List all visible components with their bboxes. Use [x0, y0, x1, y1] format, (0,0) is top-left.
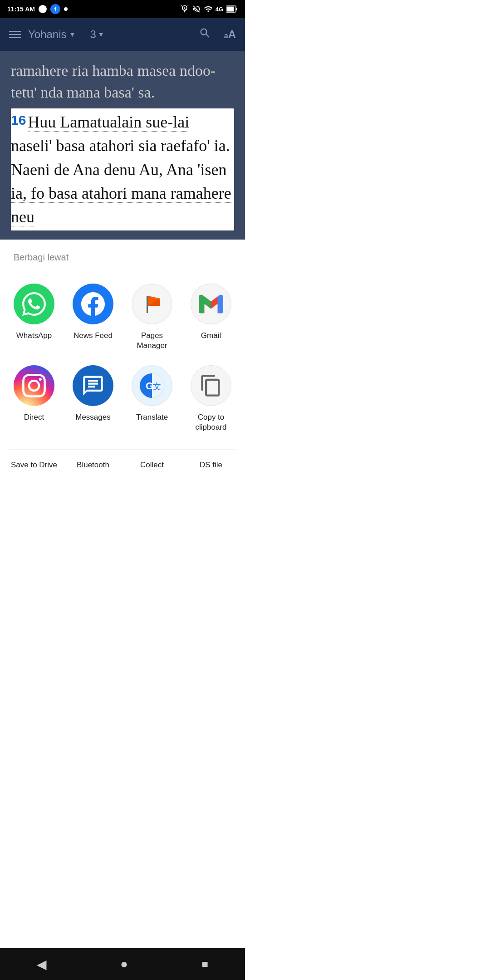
- share-item-dsfile[interactable]: DS file: [181, 461, 240, 470]
- direct-icon: [14, 365, 54, 406]
- share-item-direct[interactable]: Direct: [5, 358, 64, 440]
- translate-icon: G 文: [132, 365, 172, 406]
- share-item-gmail[interactable]: Gmail: [181, 276, 240, 358]
- messages-label: Messages: [75, 412, 110, 422]
- whatsapp-icon: [14, 284, 54, 324]
- svg-text:G: G: [146, 380, 153, 392]
- verse-number: 16: [11, 113, 26, 127]
- network-type: 4G: [216, 6, 223, 13]
- white-circle-icon: [39, 5, 47, 13]
- verse-content: Huu Lamatualain sue-lai naseli' basa ata…: [11, 113, 231, 226]
- share-item-bluetooth[interactable]: Bluetooth: [64, 461, 122, 470]
- share-sheet: Berbagi lewat WhatsApp News Feed: [0, 240, 245, 480]
- collect-label: Collect: [140, 461, 164, 470]
- svg-rect-1: [227, 7, 234, 12]
- messages-icon: [73, 365, 113, 406]
- status-left: 11:15 AM f: [7, 4, 68, 14]
- share-item-whatsapp[interactable]: WhatsApp: [5, 276, 64, 358]
- battery-icon: [226, 5, 238, 13]
- pages-icon: [132, 284, 172, 324]
- time: 11:15 AM: [7, 5, 35, 13]
- drive-label: Save to Drive: [11, 461, 57, 470]
- bottom-share-row: Save to Drive Bluetooth Collect DS file: [0, 450, 245, 480]
- share-title: Berbagi lewat: [0, 249, 245, 272]
- notification-dot: [64, 7, 68, 11]
- chapter-number: 3: [90, 28, 96, 41]
- direct-label: Direct: [24, 412, 44, 422]
- whatsapp-label: WhatsApp: [16, 331, 52, 341]
- verse-block: 16Huu Lamatualain sue-lai naseli' basa a…: [11, 108, 234, 230]
- search-button[interactable]: [199, 27, 211, 43]
- status-right: 4G: [180, 5, 238, 14]
- chapter-selector[interactable]: 3 ▼: [90, 28, 104, 41]
- dsfile-label: DS file: [200, 461, 222, 470]
- clipboard-label: Copy to clipboard: [185, 412, 237, 432]
- book-name: Yohanis: [28, 28, 67, 41]
- share-apps-grid: WhatsApp News Feed: [0, 272, 245, 449]
- svg-text:文: 文: [153, 382, 161, 391]
- alarm-icon: [180, 5, 189, 14]
- bible-text-area: ramahere ria hamba masea ndoo-tetu' nda …: [0, 51, 245, 240]
- share-item-collect[interactable]: Collect: [122, 461, 181, 470]
- chapter-chevron-icon: ▼: [98, 31, 104, 38]
- app-header: Yohanis ▼ 3 ▼ aA: [0, 18, 245, 51]
- status-bar: 11:15 AM f 4G: [0, 0, 245, 18]
- share-item-pages[interactable]: Pages Manager: [122, 276, 181, 358]
- share-item-clipboard[interactable]: Copy to clipboard: [181, 358, 240, 440]
- newsfeed-label: News Feed: [74, 331, 113, 341]
- gmail-icon: [191, 284, 231, 324]
- share-item-drive[interactable]: Save to Drive: [5, 461, 64, 470]
- signal-icon: [204, 5, 213, 14]
- mute-icon: [192, 5, 201, 14]
- translate-label: Translate: [136, 412, 168, 422]
- title-chevron-icon[interactable]: ▼: [69, 31, 76, 38]
- font-size-button[interactable]: aA: [224, 28, 236, 41]
- newsfeed-icon: [73, 284, 113, 324]
- share-item-newsfeed[interactable]: News Feed: [64, 276, 122, 358]
- bible-text-top: ramahere ria hamba masea ndoo-tetu' nda …: [11, 60, 234, 103]
- pages-label: Pages Manager: [126, 331, 178, 351]
- bluetooth-label: Bluetooth: [77, 461, 109, 470]
- app-title: Yohanis ▼: [28, 28, 75, 41]
- gmail-label: Gmail: [201, 331, 221, 341]
- clipboard-icon: [191, 365, 231, 406]
- facebook-status-icon: f: [50, 4, 60, 14]
- menu-button[interactable]: [9, 31, 21, 38]
- share-item-translate[interactable]: G 文 Translate: [122, 358, 181, 440]
- svg-rect-2: [147, 296, 148, 313]
- share-item-messages[interactable]: Messages: [64, 358, 122, 440]
